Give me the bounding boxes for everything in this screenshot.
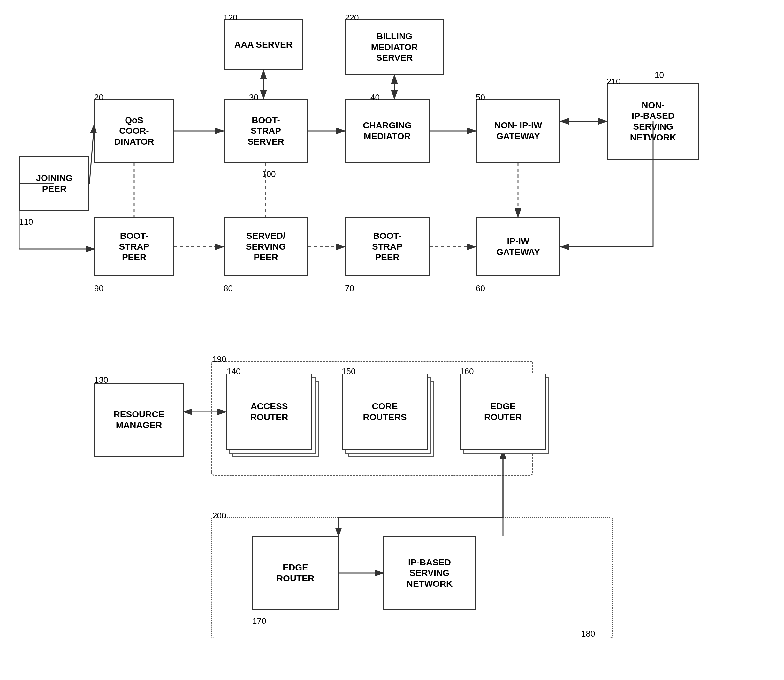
billing-mediator-box: BILLINGMEDIATORSERVER	[345, 19, 444, 75]
ip-iw-gateway-box: IP-IWGATEWAY	[476, 217, 560, 276]
label-50: 50	[476, 93, 485, 102]
diagram: AAA SERVER BILLINGMEDIATORSERVER QoSCOOR…	[0, 0, 784, 680]
label-110: 110	[19, 217, 33, 227]
non-ip-based-serving-label: NON-IP-BASEDSERVINGNETWORK	[630, 100, 676, 143]
label-120: 120	[224, 13, 237, 23]
qos-coordinator-label: QoSCOOR-DINATOR	[114, 115, 154, 147]
aaa-server-box: AAA SERVER	[224, 19, 303, 70]
label-210: 210	[607, 77, 620, 87]
label-30: 30	[249, 93, 258, 102]
served-serving-peer-box: SERVED/SERVINGPEER	[224, 217, 308, 276]
non-ip-iw-gateway-box: NON- IP-IWGATEWAY	[476, 99, 560, 163]
label-220: 220	[345, 13, 359, 23]
access-router-box: ACCESSROUTER	[226, 373, 312, 450]
non-ip-iw-gateway-label: NON- IP-IWGATEWAY	[494, 120, 542, 142]
label-190: 190	[213, 354, 226, 364]
bootstrap-peer-90-label: BOOT-STRAPPEER	[119, 230, 150, 263]
label-100: 100	[262, 169, 276, 179]
label-130: 130	[94, 375, 108, 385]
label-170: 170	[252, 616, 266, 626]
bootstrap-peer-90-box: BOOT-STRAPPEER	[94, 217, 174, 276]
label-200: 200	[213, 511, 226, 521]
bootstrap-server-label: BOOT-STRAPSERVER	[247, 115, 284, 147]
ip-iw-gateway-label: IP-IWGATEWAY	[496, 236, 540, 257]
edge-router-160-label: EDGEROUTER	[484, 401, 522, 422]
qos-coordinator-box: QoSCOOR-DINATOR	[94, 99, 174, 163]
label-80: 80	[224, 283, 233, 293]
label-10: 10	[655, 70, 664, 80]
bootstrap-peer-70-label: BOOT-STRAPPEER	[372, 230, 402, 263]
label-60: 60	[476, 283, 485, 293]
edge-router-160-box: EDGEROUTER	[460, 373, 546, 450]
charging-mediator-box: CHARGINGMEDIATOR	[345, 99, 430, 163]
label-90: 90	[94, 283, 104, 293]
core-routers-label: COREROUTERS	[363, 401, 407, 422]
bootstrap-server-box: BOOT-STRAPSERVER	[224, 99, 308, 163]
charging-mediator-label: CHARGINGMEDIATOR	[363, 120, 411, 142]
aaa-server-label: AAA SERVER	[235, 39, 293, 50]
access-router-label: ACCESSROUTER	[250, 401, 288, 422]
label-70: 70	[345, 283, 354, 293]
joining-peer-box: JOININGPEER	[19, 156, 90, 211]
served-serving-peer-label: SERVED/SERVINGPEER	[246, 230, 286, 263]
edge-router-170-label: EDGEROUTER	[277, 562, 314, 584]
ip-based-serving-box: IP-BASEDSERVINGNETWORK	[383, 536, 476, 610]
label-20: 20	[94, 93, 104, 102]
label-40: 40	[370, 93, 380, 102]
edge-router-170-box: EDGEROUTER	[252, 536, 338, 610]
resource-manager-label: RESOURCEMANAGER	[114, 409, 164, 430]
bootstrap-peer-70-box: BOOT-STRAPPEER	[345, 217, 430, 276]
non-ip-based-serving-box: NON-IP-BASEDSERVINGNETWORK	[607, 83, 699, 160]
resource-manager-box: RESOURCEMANAGER	[94, 383, 184, 456]
ip-based-serving-label: IP-BASEDSERVINGNETWORK	[406, 557, 453, 589]
billing-mediator-label: BILLINGMEDIATORSERVER	[371, 31, 418, 63]
core-routers-box: COREROUTERS	[342, 373, 428, 450]
svg-line-8	[90, 124, 94, 184]
joining-peer-label: JOININGPEER	[36, 173, 72, 194]
label-180: 180	[581, 629, 595, 639]
